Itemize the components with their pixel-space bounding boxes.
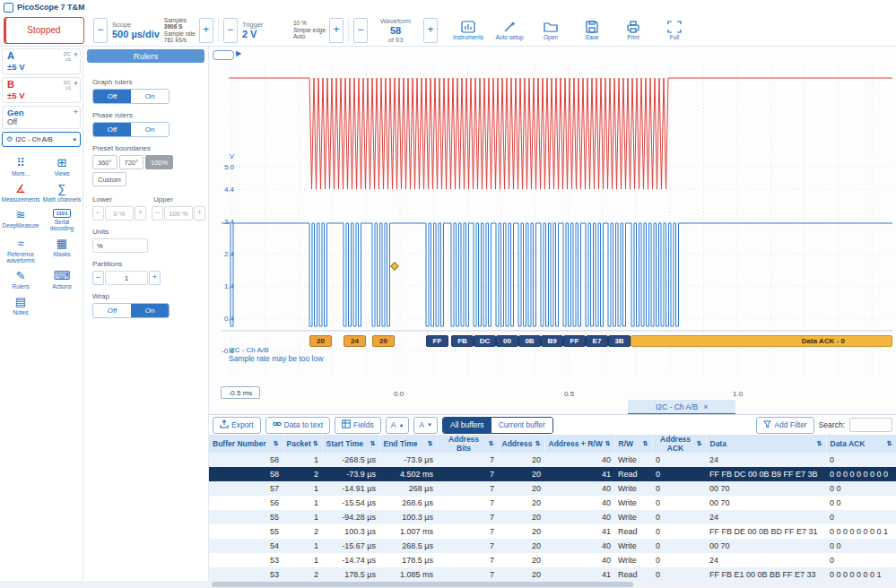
graph-rulers-toggle[interactable]: Off On — [92, 89, 170, 104]
channel-a-options-button[interactable]: + — [74, 51, 78, 59]
i2c-decode-chip[interactable]: E7 — [586, 335, 608, 347]
tool-reference-waveforms[interactable]: ≈ Reference waveforms — [0, 235, 41, 267]
channel-b-options-button[interactable]: + — [74, 80, 78, 88]
tool-views[interactable]: ⊞ Views — [41, 154, 83, 180]
font-increase-button[interactable]: A▲ — [386, 417, 410, 434]
data-ack-bar[interactable]: Data ACK - 0 — [631, 335, 892, 347]
column-header[interactable]: Data⇅ — [706, 435, 826, 453]
upper-increase-button[interactable]: + — [194, 206, 205, 220]
graph-rulers-on[interactable]: On — [131, 90, 169, 103]
lower-value[interactable]: 0 % — [105, 206, 134, 220]
tool-deepmeasure[interactable]: ≋ DeepMeasure — [0, 206, 41, 235]
preset-100-button[interactable]: 100% — [145, 155, 173, 169]
font-decrease-button[interactable]: A▼ — [413, 417, 438, 434]
trigger-decrease-button[interactable]: − — [223, 18, 238, 43]
waveform-next-button[interactable]: + — [423, 18, 438, 43]
partitions-value[interactable]: 1 — [105, 271, 148, 285]
i2c-decode-chip[interactable]: B9 — [541, 335, 563, 347]
open-button[interactable]: Open — [533, 21, 569, 40]
column-header[interactable]: R/W⇅ — [614, 435, 652, 453]
all-buffers-button[interactable]: All buffers — [443, 418, 491, 433]
wrap-on[interactable]: On — [131, 304, 169, 317]
fields-button[interactable]: Fields — [335, 417, 381, 434]
data-to-text-button[interactable]: Data to text — [265, 417, 330, 434]
current-buffer-button[interactable]: Current buffer — [491, 418, 552, 433]
column-header[interactable]: Data ACK⇅ — [826, 435, 896, 453]
table-row[interactable]: 532178.5 µs1.085 ms72041Read0FF FB E1 00… — [209, 567, 896, 582]
search-input[interactable] — [849, 418, 892, 432]
save-button[interactable]: Save — [574, 21, 610, 40]
horizontal-scrollbar[interactable] — [0, 581, 896, 588]
tool-masks[interactable]: ▦ Masks — [41, 235, 83, 267]
fullscreen-button[interactable]: Full — [657, 21, 692, 40]
column-header[interactable]: Address Bits⇅ — [437, 435, 498, 453]
graph-rulers-off[interactable]: Off — [93, 90, 131, 103]
tool-math-channels[interactable]: ∑ Math channels — [41, 180, 83, 206]
scope-increase-button[interactable]: + — [199, 18, 213, 43]
table-row[interactable]: 561-15.54 µs268.6 µs72040Write000 700 0 — [209, 496, 896, 510]
table-row[interactable]: 541-15.67 µs268.5 µs72040Write000 700 0 — [209, 539, 896, 553]
tool-measurements[interactable]: ∡ Measurements — [0, 180, 41, 206]
i2c-decode-chip[interactable]: DC — [474, 335, 496, 347]
partitions-decrease-button[interactable]: − — [92, 271, 104, 285]
table-row[interactable]: 552100.3 µs1.007 ms72041Read0FF FB DE 00… — [209, 524, 896, 539]
phase-rulers-toggle[interactable]: Off On — [92, 122, 170, 137]
tool-serial-decoding[interactable]: 1101 Serial decoding — [41, 206, 83, 235]
trigger-setting[interactable]: Trigger 2 V — [238, 21, 293, 39]
upper-decrease-button[interactable]: − — [152, 206, 163, 220]
table-row[interactable]: 581-268.5 µs-73.9 µs72040Write0240 — [209, 453, 896, 467]
scrollbar-thumb[interactable] — [212, 582, 633, 587]
tool-actions[interactable]: ⌨ Actions — [41, 267, 83, 293]
column-header[interactable]: Packet⇅ — [283, 435, 322, 453]
phase-rulers-on[interactable]: On — [131, 123, 169, 136]
table-row[interactable]: 571-14.91 µs268 µs72040Write000 700 0 — [209, 481, 896, 496]
column-header[interactable]: Buffer Number⇅ — [209, 435, 283, 453]
generator-options-button[interactable]: + — [74, 108, 78, 117]
x-tick-box[interactable]: -0.5 ms — [221, 386, 260, 399]
table-row[interactable]: 582-73.9 µs4.502 ms72041Read0FF FB DC 00… — [209, 467, 896, 481]
i2c-decoder-item[interactable]: ⚙ I2C - Ch A/B ▾ — [2, 132, 81, 147]
scope-graph[interactable]: ▶ V 5.0 4.4 3.4 2.4 1.4 0.4 -0.6 202420F… — [209, 47, 896, 414]
trigger-increase-button[interactable]: + — [329, 18, 344, 43]
wrap-off[interactable]: Off — [93, 304, 131, 317]
scope-decrease-button[interactable]: − — [93, 18, 108, 43]
i2c-decode-chip[interactable]: 0B — [518, 335, 541, 347]
tool-more[interactable]: ⠿ More... — [0, 154, 41, 180]
i2c-decode-chip[interactable]: 00 — [496, 335, 518, 347]
waveform-setting[interactable]: Waveform 58 of 63 — [368, 17, 423, 44]
wrap-toggle[interactable]: Off On — [92, 303, 170, 318]
table-row[interactable]: 531-14.74 µs178.5 µs72040Write0240 — [209, 553, 896, 567]
i2c-decode-chip[interactable]: FF — [426, 335, 448, 347]
add-filter-button[interactable]: Add Filter — [756, 417, 813, 434]
instruments-button[interactable]: Instruments — [450, 21, 486, 40]
i2c-decode-chip[interactable]: FF — [563, 335, 586, 347]
column-header[interactable]: Address ACK⇅ — [652, 435, 706, 453]
preset-720-button[interactable]: 720° — [119, 155, 144, 169]
tool-rulers[interactable]: ✎ Rulers — [0, 267, 41, 293]
column-header[interactable]: Address + R/W⇅ — [544, 435, 614, 453]
tab-close-icon[interactable]: × — [703, 402, 708, 411]
rulers-panel-header[interactable]: Rulers — [87, 49, 204, 63]
export-button[interactable]: Export — [213, 417, 261, 434]
i2c-decode-chip[interactable]: 3B — [608, 335, 631, 347]
lower-increase-button[interactable]: + — [135, 206, 146, 220]
waveform-previous-button[interactable]: − — [353, 18, 368, 43]
auto-setup-button[interactable]: Auto setup — [491, 21, 527, 40]
table-row[interactable]: 551-94.28 µs100.3 µs72040Write0240 — [209, 510, 896, 524]
channel-b-button[interactable]: B DCx1 + ±5 V — [2, 77, 81, 103]
i2c-decode-chip[interactable]: 24 — [344, 335, 366, 347]
scope-setting[interactable]: Scope 500 µs/div — [108, 21, 164, 39]
partitions-increase-button[interactable]: + — [149, 271, 161, 285]
generator-button[interactable]: Gen + Off — [2, 106, 81, 129]
upper-value[interactable]: 100 % — [164, 206, 193, 220]
stopped-button[interactable]: Stopped — [4, 17, 84, 44]
column-header[interactable]: Start Time⇅ — [322, 435, 379, 453]
channel-a-button[interactable]: A DCx1 + ±5 V — [2, 48, 81, 74]
column-header[interactable]: Address⇅ — [498, 435, 544, 453]
preset-custom-button[interactable]: Custom — [92, 172, 126, 186]
tool-notes[interactable]: ▤ Notes — [0, 293, 41, 319]
i2c-decode-chip[interactable]: FB — [451, 335, 474, 347]
tab-i2c-decode[interactable]: I2C - Ch A/B × — [628, 400, 735, 415]
units-field[interactable]: % — [92, 238, 148, 253]
preset-360-button[interactable]: 360° — [92, 155, 117, 169]
